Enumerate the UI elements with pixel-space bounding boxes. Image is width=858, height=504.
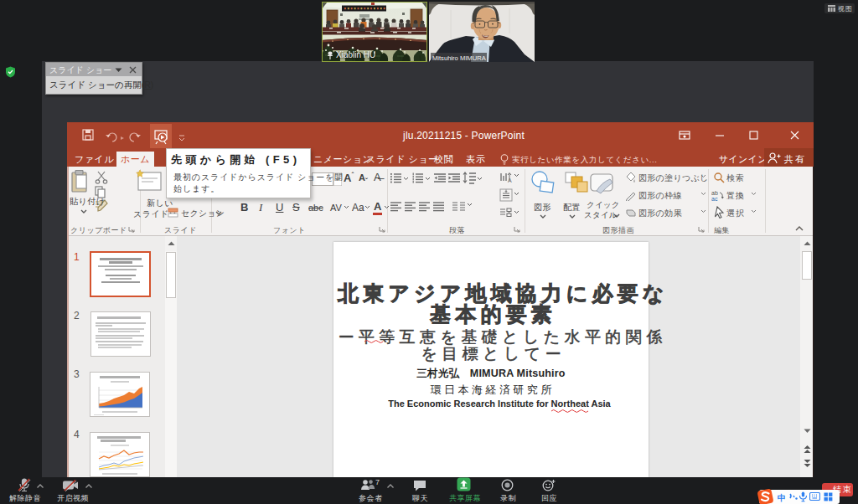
svg-text:ab: ab <box>711 190 718 196</box>
svg-text:ac: ac <box>711 196 718 201</box>
svg-text:A: A <box>508 177 512 183</box>
